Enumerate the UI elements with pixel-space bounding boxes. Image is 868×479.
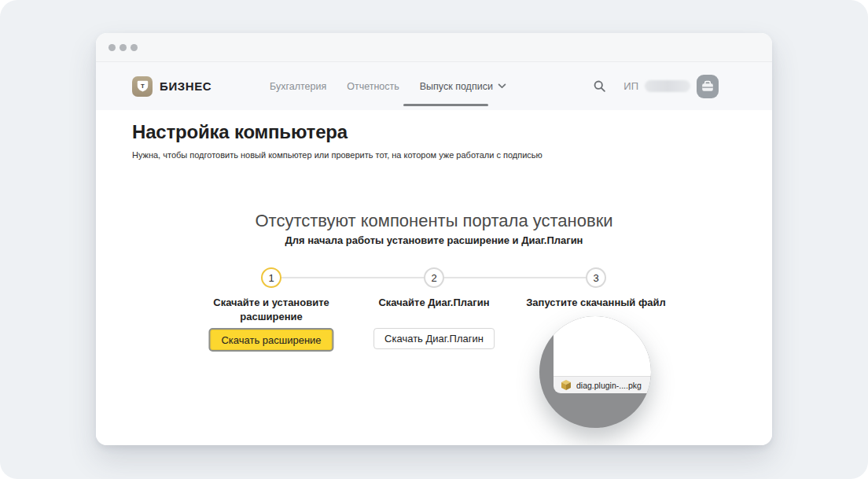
step-number: 2: [431, 272, 436, 284]
screenshot-background: Т БИЗНЕС Бухгалтерия Отчетность Выпуск п…: [0, 0, 868, 479]
illustration-browser-page: [554, 316, 651, 376]
illustration-download-bar: diag.plugin-....pkg: [554, 376, 651, 393]
app-header: Т БИЗНЕС Бухгалтерия Отчетность Выпуск п…: [96, 62, 772, 110]
step-number: 3: [593, 272, 598, 284]
nav-item-signature-issue[interactable]: Выпуск подписи: [420, 81, 506, 92]
step-2-label: Скачайте Диаг.Плагин: [363, 296, 505, 310]
step-1-label: Скачайте и установите расширение: [200, 296, 342, 323]
window-control-dot[interactable]: [108, 44, 116, 51]
download-extension-button[interactable]: Скачать расширение: [208, 328, 333, 352]
nav-item-reporting[interactable]: Отчетность: [347, 81, 399, 92]
downloaded-file-illustration: diag.plugin-....pkg: [539, 316, 651, 428]
step-2-circle: 2: [424, 267, 444, 288]
nav-item-label: Выпуск подписи: [420, 81, 493, 92]
svg-text:Т: Т: [141, 83, 145, 90]
logo-wordmark: БИЗНЕС: [160, 79, 211, 93]
page-title: Настройка компьютера: [132, 121, 348, 143]
chevron-down-icon: [498, 83, 506, 89]
search-icon[interactable]: [593, 79, 606, 93]
step-1-circle: 1: [261, 267, 281, 288]
profile-name-redacted: [645, 80, 690, 92]
window-control-dot[interactable]: [131, 44, 138, 51]
active-tab-underline: [403, 104, 488, 106]
step-number: 1: [268, 272, 274, 284]
empty-state-heading: Отсутствуют компоненты портала установки: [96, 211, 772, 231]
window-control-dot[interactable]: [120, 44, 127, 51]
logo[interactable]: Т БИЗНЕС: [132, 62, 211, 110]
step-3-label: Запустите скачанный файл: [525, 296, 667, 310]
browser-window: Т БИЗНЕС Бухгалтерия Отчетность Выпуск п…: [96, 33, 772, 445]
empty-state-subheading: Для начала работы установите расширение …: [96, 234, 772, 246]
browser-chrome-bar: [96, 33, 772, 62]
header-right-group: ИП: [593, 62, 719, 110]
page-content: Настройка компьютера Нужна, чтобы подгот…: [96, 110, 772, 445]
package-icon: [561, 380, 572, 390]
step-3-circle: 3: [586, 267, 606, 288]
profile-briefcase-icon[interactable]: [697, 75, 719, 98]
main-nav: Бухгалтерия Отчетность Выпуск подписи: [270, 62, 506, 110]
nav-item-accounting[interactable]: Бухгалтерия: [270, 81, 326, 92]
profile-prefix-label: ИП: [623, 80, 638, 92]
t-shield-logo-icon: Т: [132, 76, 153, 97]
page-subtitle: Нужна, чтобы подготовить новый компьютер…: [132, 150, 542, 160]
download-diag-plugin-button[interactable]: Скачать Диаг.Плагин: [373, 328, 495, 349]
downloaded-file-name: diag.plugin-....pkg: [576, 381, 642, 390]
